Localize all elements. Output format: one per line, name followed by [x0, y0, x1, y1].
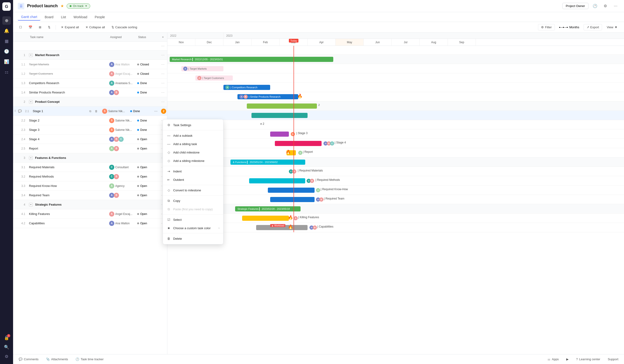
comment-icon[interactable]: 💬 — [17, 109, 23, 113]
avatar: A — [109, 221, 114, 226]
menu-item-add-subtask[interactable]: — Add a subtask — [163, 131, 223, 140]
row-more-btn[interactable]: ⋯ — [159, 63, 167, 66]
gantt-bar-team[interactable] — [270, 197, 314, 202]
tab-board[interactable]: Board — [41, 14, 56, 20]
gantt-row: Market Research ▎ 2022/12/05 - 2023/03/3… — [167, 55, 624, 64]
menu-item-select[interactable]: ☑ Select — [163, 215, 223, 224]
sidebar-icon-apps[interactable]: ⚏ — [2, 68, 11, 76]
checkbox-btn[interactable]: ☐ — [17, 24, 24, 30]
menu-item-delete[interactable]: 🗑 Delete — [163, 234, 223, 243]
learning-center-btn[interactable]: ? Learning center — [574, 357, 602, 362]
task-status: Open — [135, 222, 159, 225]
row-more-btn[interactable]: ⋯ — [159, 91, 167, 94]
group-expand-btn[interactable]: − — [29, 100, 33, 104]
row-more-btn[interactable]: ⋯ — [159, 44, 167, 48]
delete-row-icon[interactable]: 🗑 — [94, 109, 99, 114]
gantt-bar-knowhow[interactable] — [268, 188, 314, 193]
task-time-tracker-btn[interactable]: 🕐 Task time tracker — [74, 357, 105, 362]
gantt-bar-target-markets[interactable]: A | Target Markets — [181, 66, 223, 71]
grid-btn[interactable]: ⊞ — [36, 24, 44, 30]
menu-item-outdent[interactable]: ⇤ Outdent — [163, 176, 223, 184]
main-content: ☰ Product launch ★ On track ▼ Project Ow… — [13, 0, 624, 364]
tab-list[interactable]: List — [58, 14, 69, 20]
tab-workload[interactable]: Workload — [70, 14, 90, 20]
gantt-bar-target-customers[interactable]: A | Target Customers — [195, 76, 233, 81]
add-col-button[interactable]: + — [159, 35, 167, 39]
gantt-bar-stage3[interactable] — [270, 131, 289, 137]
menu-item-add-sibling-task[interactable]: — Add a sibling task — [163, 140, 223, 148]
group-expand-btn[interactable]: − — [29, 53, 33, 57]
gantt-bar-killing[interactable] — [242, 216, 289, 221]
table-row: 3.3 Required Know-How A Agency Open ⋯ — [13, 181, 167, 191]
sidebar-icon-clock[interactable]: 🕐 — [2, 47, 11, 56]
row-more-btn[interactable]: ⋯ — [159, 72, 167, 76]
row-more-btn[interactable]: ⋯ — [159, 81, 167, 85]
menu-item-add-sibling-milestone[interactable]: ◇ Add a sibling milestone — [163, 156, 223, 165]
gantt-bar-similar[interactable]: A B | Similar Products Research — [237, 94, 298, 99]
export-icon: ↗ — [587, 26, 589, 29]
menu-item-indent[interactable]: ⇥ Indent — [163, 167, 223, 176]
view-button[interactable]: View ▼ — [604, 24, 620, 30]
row-more-btn[interactable]: ⋯ — [159, 100, 167, 104]
group-expand-btn[interactable]: − — [29, 156, 33, 160]
history-icon[interactable]: 🕐 — [591, 2, 599, 10]
months-label: Months — [569, 26, 579, 29]
copy-row-icon[interactable]: ⧉ — [88, 109, 93, 114]
row-more-btn[interactable]: ⋯ — [152, 109, 160, 113]
avatar: C — [109, 165, 114, 170]
sidebar-icon-home[interactable]: ⊕ — [2, 16, 11, 25]
comments-btn[interactable]: 💬 Comments — [17, 357, 40, 362]
tab-people[interactable]: People — [91, 14, 108, 20]
record-btn[interactable]: ▶ — [564, 357, 571, 362]
gantt-row: & Functions ▎ 2023/01/24 - 2023/06/02 — [167, 157, 624, 167]
group-expand-btn[interactable]: − — [29, 203, 33, 207]
menu-item-copy[interactable]: ⧉ Copy — [163, 196, 223, 205]
attachments-btn[interactable]: 📎 Attachments — [44, 357, 70, 362]
gantt-bar-competitors[interactable]: A | Competitors Research — [223, 85, 270, 90]
support-btn[interactable]: Support — [606, 357, 620, 362]
filter-button[interactable]: ⚙ Filter — [538, 24, 555, 30]
gantt-month-apr: Apr — [308, 39, 336, 46]
collapse-all-button[interactable]: ✕ Collapse all — [83, 24, 107, 30]
menu-label: Delete — [173, 237, 182, 240]
settings-icon[interactable]: ⚙ — [601, 2, 609, 10]
menu-label: Add a subtask — [173, 134, 192, 137]
gantt-bar-stage1[interactable] — [252, 113, 308, 118]
menu-item-choose-color[interactable]: ■ Choose a custom task color › — [163, 224, 223, 232]
apps-btn[interactable]: ⚏ Apps — [546, 357, 561, 362]
sidebar-icon-layout[interactable]: ▦ — [2, 37, 11, 45]
avatar: A — [109, 193, 114, 198]
expand-all-button[interactable]: ✕ Expand all — [59, 24, 81, 30]
workload-badge: ▲ Workload — [270, 224, 285, 227]
row-more-btn[interactable]: ⋯ — [159, 53, 167, 57]
menu-item-task-settings[interactable]: ⚙ Task Settings — [163, 121, 223, 129]
sidebar-icon-bell[interactable]: 🔔 — [2, 27, 11, 35]
drag-handle[interactable]: ⠿ — [13, 110, 17, 113]
sort-btn[interactable]: ⇅ — [46, 24, 53, 30]
year-2023: 2023 — [223, 33, 476, 39]
sidebar-icon-settings[interactable]: ⚙ — [2, 352, 11, 361]
task-assigned: A B — [107, 193, 135, 198]
more-icon[interactable]: ⋯ — [612, 2, 619, 10]
star-icon[interactable]: ★ — [60, 4, 64, 8]
tab-gantt-chart[interactable]: Gantt chart — [18, 14, 40, 21]
menu-separator — [163, 195, 223, 196]
sidebar-icon-chart[interactable]: 📊 — [2, 57, 11, 66]
export-button[interactable]: ↗ Export — [584, 24, 602, 30]
calendar-btn[interactable]: 📅 — [26, 24, 35, 30]
menu-item-add-child-milestone[interactable]: ◇ Add child milestone — [163, 148, 223, 156]
project-owner-button[interactable]: Project Owner — [562, 3, 589, 9]
menu-item-convert-to-milestone[interactable]: ◇ Convert to milestone — [163, 186, 223, 194]
cascade-sorting-button[interactable]: ⇅ Cascade sorting — [109, 24, 139, 30]
gantt-bar-features[interactable]: & Functions ▎ 2023/01/24 - 2023/06/02 — [231, 159, 305, 165]
gantt-bar-product-concept[interactable] — [247, 104, 317, 109]
gantt-bar-market-research[interactable]: Market Research ▎ 2022/12/05 - 2023/03/3… — [170, 57, 333, 62]
sidebar-icon-lock[interactable]: 🔒7 — [2, 334, 11, 342]
status-badge[interactable]: On track ▼ — [67, 3, 90, 9]
gantt-bar-methods[interactable] — [249, 178, 305, 183]
sidebar-icon-search[interactable]: 🔍 — [2, 343, 11, 351]
gantt-bar-strategic[interactable]: Strategic Features ▎ 2023/02/28 - 2023/0… — [235, 206, 301, 211]
gantt-bar-stage4[interactable] — [275, 141, 322, 146]
bar-avatar: A — [225, 85, 230, 89]
app-logo[interactable]: G — [2, 2, 11, 11]
